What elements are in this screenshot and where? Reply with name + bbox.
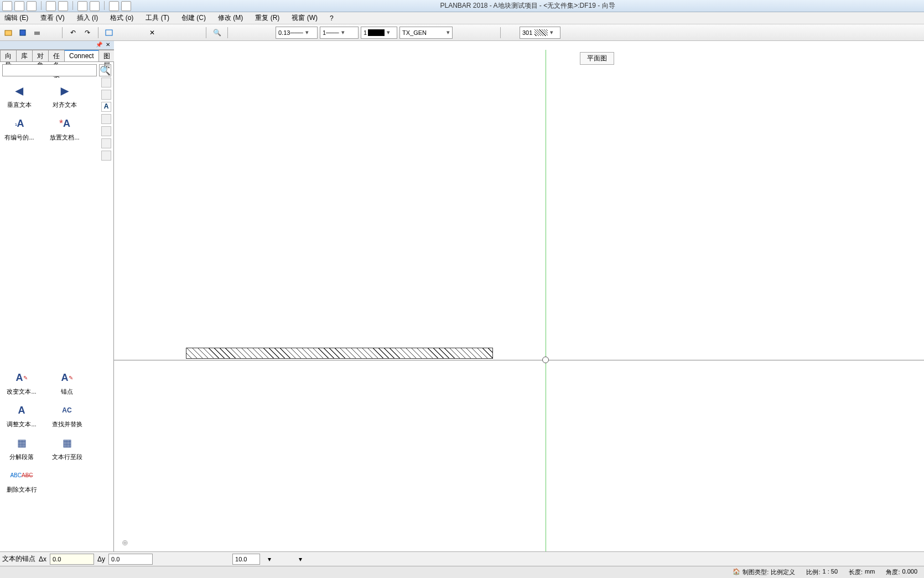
cube-button[interactable] [189, 27, 201, 39]
redo-button[interactable]: ↷ [81, 27, 94, 39]
undo-icon[interactable] [46, 1, 56, 11]
import-button[interactable] [45, 27, 58, 39]
dy-input[interactable] [108, 554, 153, 565]
side-tool-2[interactable] [101, 90, 111, 100]
chevron-down-icon: ▾ [341, 29, 345, 36]
menu-edit[interactable]: 编辑 (E) [2, 12, 30, 24]
tab-object[interactable]: 对象 [32, 50, 49, 61]
tool-numbered-text[interactable]: ₁A 有编号的... [2, 116, 37, 142]
pick-button[interactable] [247, 27, 259, 39]
edit-button[interactable] [261, 27, 273, 39]
search-input[interactable] [2, 64, 97, 76]
tool-adjust-text[interactable]: A 调整文本... [4, 402, 39, 429]
menu-insert[interactable]: 插入 (I) [75, 12, 101, 24]
status-length[interactable]: 长度: mm [849, 568, 875, 576]
layer-lock-button[interactable] [455, 27, 467, 39]
side-tool-5[interactable] [101, 126, 111, 136]
tab-library[interactable]: 库 [16, 50, 33, 61]
new-icon[interactable] [14, 1, 24, 11]
menu-modify[interactable]: 修改 (M) [216, 12, 245, 24]
menu-repeat[interactable]: 重复 (R) [253, 12, 282, 24]
search-button[interactable]: 🔍 [99, 64, 111, 76]
side-tool-text[interactable]: A [101, 102, 111, 112]
window1-button[interactable] [103, 27, 115, 39]
chevron-down-icon: ▾ [550, 29, 553, 36]
print-button[interactable] [31, 27, 43, 39]
open-icon[interactable] [27, 1, 37, 11]
tab-connect[interactable]: Connect [64, 50, 99, 61]
side-tool-1[interactable] [101, 78, 111, 87]
tool-change-text[interactable]: A✎ 改变文本... [4, 370, 39, 396]
viewport-label[interactable]: 平面图 [580, 52, 614, 65]
save-button[interactable] [17, 27, 29, 39]
cut-icon[interactable] [109, 1, 119, 11]
snap-tool-2[interactable] [186, 553, 198, 565]
snap-value-input[interactable] [232, 554, 260, 565]
snap-tool-5[interactable] [279, 553, 291, 565]
window2-button[interactable] [117, 27, 129, 39]
tool-anchor[interactable]: A✎ 锚点 [50, 370, 84, 396]
tool-split-paragraph[interactable]: ▦ 分解段落 [4, 435, 39, 461]
svg-rect-0 [5, 30, 12, 35]
menu-view[interactable]: 查看 (V) [38, 12, 66, 24]
menu-window[interactable]: 视窗 (W) [289, 12, 320, 24]
tool-line-to-paragraph[interactable]: ▦ 文本行至段 [50, 435, 84, 461]
status-drawing-type[interactable]: 🏠 制图类型: 比例定义 [733, 568, 795, 576]
side-icon-strip: A [101, 78, 112, 161]
delete-button[interactable]: ✕ [146, 27, 158, 39]
chevron-down-icon: ▾ [447, 29, 450, 36]
tab-taskboard[interactable]: 任务板 [48, 50, 65, 61]
tool-find-replace[interactable]: AC 查找并替换 [50, 402, 84, 429]
layer-vis-button[interactable] [469, 27, 481, 39]
tool-delete-text-line[interactable]: ABCABC 删除文本行 [4, 468, 39, 494]
linewidth-combo[interactable]: 0.13 ───▾ [276, 27, 318, 39]
status-angle[interactable]: 角度: 0.000 [886, 568, 917, 576]
adjust-text-icon: A [14, 402, 29, 418]
status-scale[interactable]: 比例: 1 : 50 [806, 568, 838, 576]
measure-button[interactable] [505, 27, 517, 39]
snap-tool-6[interactable]: ▾ [294, 553, 307, 565]
menu-create[interactable]: 创建 (C) [179, 12, 208, 24]
drawing-canvas[interactable]: 平面图 ⊕ [114, 50, 924, 554]
tool-vertical-text[interactable]: ◀ 垂直文本 [2, 83, 37, 109]
tools-icon[interactable] [121, 1, 131, 11]
tool-align-text[interactable]: ▶ 对齐文本 [48, 83, 82, 109]
snap-tool-4[interactable] [217, 553, 229, 565]
menu-format[interactable]: 格式 (o) [108, 12, 136, 24]
window3-button[interactable] [132, 27, 144, 39]
save-icon[interactable] [2, 1, 12, 11]
main-toolbar: ↶ ↷ ✕ 🔍 0.13 ───▾ 1 ───▾ 1 ▾ TX_GEN▾ 301… [0, 24, 924, 41]
zoom-button[interactable]: 🔍 [211, 27, 223, 39]
side-tool-4[interactable] [101, 114, 111, 124]
layer-set-button[interactable] [484, 27, 496, 39]
view3d-button[interactable] [160, 27, 173, 39]
layer-combo[interactable]: TX_GEN▾ [399, 27, 453, 39]
copy-icon[interactable] [77, 1, 87, 11]
tab-layer[interactable]: 图层 [98, 50, 115, 61]
hatch-combo[interactable]: 301 ▾ [520, 27, 560, 39]
dx-input[interactable] [50, 554, 94, 565]
snap-dropdown[interactable]: ▾ [263, 553, 276, 565]
open-project-button[interactable] [2, 27, 14, 39]
side-tool-7[interactable] [101, 151, 111, 161]
tool-place-document[interactable]: *A 放置文档... [48, 116, 82, 142]
svg-rect-2 [34, 32, 40, 35]
svg-rect-3 [106, 30, 112, 35]
redo-icon[interactable] [58, 1, 68, 11]
paste-icon[interactable] [90, 1, 100, 11]
tab-wizard[interactable]: 向导 [0, 50, 17, 61]
filter-button[interactable] [232, 27, 245, 39]
tool-label: 对齐文本 [48, 101, 82, 109]
menu-help[interactable]: ? [328, 13, 336, 23]
snap-tool-3[interactable] [201, 553, 214, 565]
snap-tool-1[interactable] [170, 553, 183, 565]
color-combo[interactable]: 1 ▾ [361, 27, 397, 39]
side-tool-6[interactable] [101, 138, 111, 148]
undo-button[interactable]: ↶ [67, 27, 79, 39]
close-icon[interactable]: ✕ [104, 42, 112, 49]
hatched-rectangle-object[interactable] [186, 348, 493, 359]
pin-icon[interactable]: 📌 [95, 42, 103, 49]
menu-tool[interactable]: 工具 (T) [143, 12, 172, 24]
layer-button[interactable] [175, 27, 187, 39]
linetype-combo[interactable]: 1 ───▾ [320, 27, 359, 39]
